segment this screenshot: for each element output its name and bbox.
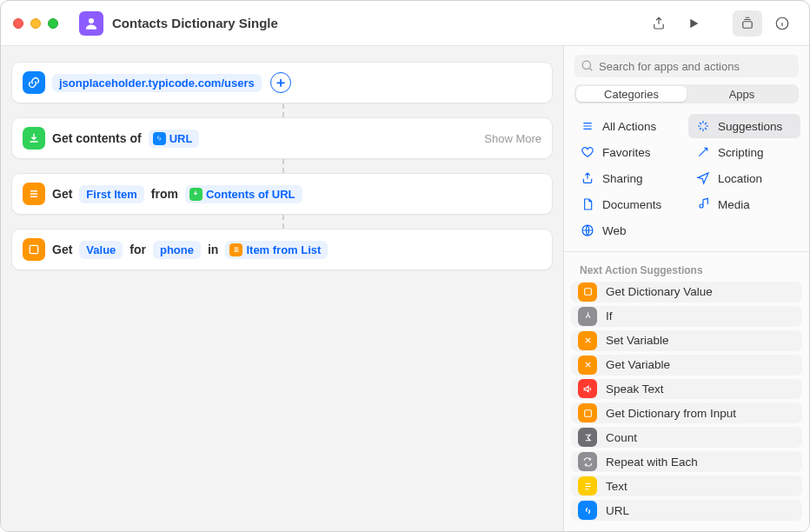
action-get-item-from-list[interactable]: Get First Item from Contents of URL	[11, 173, 553, 215]
window-title: Contacts Dictionary Single	[112, 16, 278, 30]
suggestion-item[interactable]: Repeat with Each	[571, 451, 802, 472]
connector	[11, 103, 553, 117]
search-input[interactable]	[599, 60, 792, 73]
divider	[564, 251, 809, 252]
window-controls	[13, 18, 58, 29]
variable-contents-of-url[interactable]: Contents of URL	[185, 185, 302, 203]
param-value[interactable]: Value	[79, 241, 123, 259]
action-label: Get contents of	[52, 131, 142, 145]
info-button[interactable]	[767, 10, 797, 37]
category-grid: All Actions Suggestions Favorites Script…	[564, 112, 809, 251]
list-icon	[229, 243, 242, 256]
category-favorites[interactable]: Favorites	[573, 140, 685, 164]
text-icon	[578, 476, 597, 495]
action-url[interactable]: jsonplaceholder.typicode.com/users ＋	[11, 62, 553, 103]
dictionary-icon	[23, 238, 45, 261]
connector	[11, 159, 553, 173]
svg-rect-6	[584, 410, 591, 417]
category-web[interactable]: Web	[573, 218, 685, 243]
variable-icon	[578, 356, 597, 375]
action-get-dictionary-value[interactable]: Get Value for phone in Item from List	[11, 229, 553, 270]
globe-icon	[580, 223, 595, 238]
link-icon	[153, 132, 166, 145]
workflow-canvas[interactable]: jsonplaceholder.typicode.com/users ＋ Get…	[1, 46, 564, 531]
search-icon	[581, 60, 594, 72]
action-label: Get	[52, 243, 72, 256]
repeat-icon	[578, 452, 597, 471]
url-token[interactable]: jsonplaceholder.typicode.com/users	[52, 74, 262, 92]
sigma-icon	[578, 428, 597, 447]
shortcut-app-icon	[79, 11, 103, 36]
svg-point-0	[89, 18, 94, 23]
zoom-window[interactable]	[48, 18, 58, 29]
sparkle-icon	[695, 118, 711, 134]
suggestion-item[interactable]: Get Dictionary from Input	[571, 402, 802, 423]
music-icon	[695, 196, 711, 212]
suggestion-item[interactable]: Get Variable	[571, 355, 802, 376]
suggestion-item[interactable]: Get Dictionary Value	[571, 282, 802, 303]
add-url-button[interactable]: ＋	[270, 72, 291, 93]
list-icon	[23, 183, 45, 205]
suggestion-item[interactable]: Count	[571, 427, 802, 448]
library-mode-segmented[interactable]: Categories Apps	[574, 84, 799, 103]
action-label: for	[129, 243, 146, 256]
category-location[interactable]: Location	[688, 166, 800, 190]
link-icon	[23, 71, 45, 94]
titlebar: Contacts Dictionary Single	[1, 1, 809, 46]
download-icon	[189, 188, 202, 201]
category-documents[interactable]: Documents	[573, 192, 685, 216]
segment-apps[interactable]: Apps	[687, 86, 797, 102]
param-key[interactable]: phone	[153, 241, 201, 259]
segment-categories[interactable]: Categories	[576, 86, 687, 102]
variable-icon	[578, 331, 597, 350]
download-icon	[23, 127, 45, 150]
variable-url[interactable]: URL	[149, 130, 200, 148]
speaker-icon	[578, 379, 597, 398]
close-window[interactable]	[13, 18, 23, 29]
action-get-contents[interactable]: Get contents of URL Show More	[11, 117, 553, 159]
list-icon	[580, 118, 595, 134]
link-icon	[578, 501, 597, 520]
search-field[interactable]	[574, 55, 799, 77]
suggestions-list: Get Dictionary Value If Set Variable Get…	[564, 282, 809, 531]
share-icon	[580, 170, 595, 186]
dictionary-icon	[578, 283, 597, 302]
svg-rect-1	[743, 21, 753, 28]
show-more-button[interactable]: Show More	[484, 132, 541, 145]
suggestion-item[interactable]: Speak Text	[571, 379, 802, 400]
connector	[11, 215, 553, 229]
action-label: from	[151, 187, 178, 201]
category-media[interactable]: Media	[688, 192, 800, 216]
action-label: in	[208, 243, 218, 256]
param-first-item[interactable]: First Item	[79, 185, 144, 203]
library-toggle-button[interactable]	[733, 10, 762, 37]
run-button[interactable]	[679, 10, 708, 37]
variable-item-from-list[interactable]: Item from List	[225, 241, 328, 259]
action-library: Categories Apps All Actions Suggestions …	[564, 46, 809, 531]
minimize-window[interactable]	[30, 18, 41, 29]
svg-rect-5	[584, 289, 591, 296]
branch-icon	[578, 307, 597, 326]
document-icon	[580, 196, 595, 212]
category-scripting[interactable]: Scripting	[688, 140, 800, 164]
main-split: jsonplaceholder.typicode.com/users ＋ Get…	[1, 46, 809, 531]
heart-icon	[580, 144, 595, 160]
wand-icon	[695, 144, 711, 160]
suggestion-item[interactable]: If	[571, 306, 802, 327]
category-sharing[interactable]: Sharing	[573, 166, 685, 190]
suggestion-item[interactable]: Text	[571, 475, 802, 496]
share-button[interactable]	[644, 10, 674, 37]
suggestions-heading: Next Action Suggestions	[564, 257, 809, 282]
category-suggestions[interactable]: Suggestions	[688, 114, 800, 138]
suggestion-item[interactable]: Set Variable	[571, 330, 802, 351]
action-label: Get	[52, 187, 72, 201]
svg-rect-3	[30, 245, 37, 253]
location-icon	[695, 170, 711, 186]
suggestion-item[interactable]: URL	[571, 500, 802, 521]
dictionary-icon	[578, 403, 597, 422]
category-all-actions[interactable]: All Actions	[573, 114, 685, 138]
